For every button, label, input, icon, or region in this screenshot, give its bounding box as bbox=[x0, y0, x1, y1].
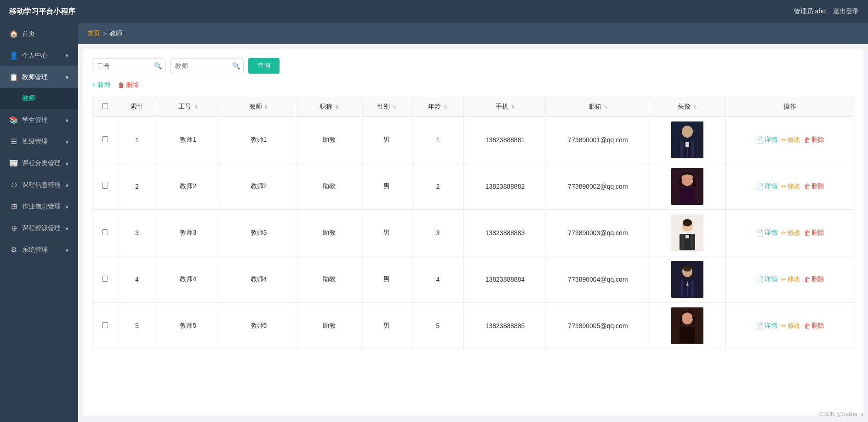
row-checkbox[interactable] bbox=[102, 136, 108, 142]
search-button[interactable]: 查询 bbox=[248, 58, 280, 74]
detail-button[interactable]: 📄 详情 bbox=[756, 136, 777, 144]
sort-icon-avatar[interactable]: ⇅ bbox=[693, 104, 697, 110]
detail-button[interactable]: 📄 详情 bbox=[756, 275, 777, 283]
delete-label: 删除 bbox=[811, 322, 824, 330]
delete-button[interactable]: 🗑 删除 bbox=[804, 229, 824, 237]
sidebar-item-label: 教师管理 bbox=[22, 73, 61, 81]
sort-icon-gender[interactable]: ⇅ bbox=[393, 104, 396, 110]
delete-button[interactable]: 🗑 删除 bbox=[804, 182, 824, 191]
main-content: 首页 > 教师 🔍 🔍 查询 + 新增 bbox=[78, 23, 868, 422]
sidebar-item-system[interactable]: ⚙ 系统管理 ∨ bbox=[0, 239, 78, 260]
logout-button[interactable]: 退出登录 bbox=[833, 7, 859, 16]
detail-label: 详情 bbox=[765, 136, 777, 144]
edit-button[interactable]: ✏ 修改 bbox=[781, 182, 800, 191]
avatar bbox=[671, 307, 703, 344]
add-button[interactable]: + 新增 bbox=[92, 81, 110, 89]
row-checkbox[interactable] bbox=[102, 276, 108, 282]
search-bar: 🔍 🔍 查询 bbox=[92, 58, 854, 74]
svg-rect-22 bbox=[691, 280, 694, 297]
cell-age: 4 bbox=[412, 256, 463, 303]
action-links: 📄 详情 ✏ 修改 🗑 删除 bbox=[730, 136, 850, 144]
cell-id: 教师5 bbox=[156, 303, 220, 349]
svg-rect-4 bbox=[691, 141, 694, 157]
edit-button[interactable]: ✏ 修改 bbox=[781, 275, 800, 283]
teacher-mgmt-icon: 📋 bbox=[9, 73, 18, 81]
sort-icon-age[interactable]: ⇅ bbox=[444, 104, 447, 110]
top-header: 移动学习平台小程序 管理员 abo 退出登录 bbox=[0, 0, 868, 23]
cell-action: 📄 详情 ✏ 修改 🗑 删除 bbox=[726, 303, 854, 349]
table-row: 2 教师2 教师2 助教 男 2 13823888882 773890002@q… bbox=[92, 163, 854, 210]
sidebar-item-home[interactable]: 🏠 首页 bbox=[0, 23, 78, 45]
cell-phone: 13823888883 bbox=[463, 210, 547, 256]
sort-icon-phone[interactable]: ⇅ bbox=[511, 104, 515, 110]
th-teacher: 教师 ⇅ bbox=[220, 97, 297, 117]
detail-button[interactable]: 📄 详情 bbox=[756, 182, 777, 191]
class-icon: ☰ bbox=[9, 137, 18, 146]
delete-button[interactable]: 🗑 删除 bbox=[804, 136, 824, 144]
home-icon: 🏠 bbox=[9, 29, 18, 38]
app-title: 移动学习平台小程序 bbox=[9, 7, 75, 17]
sidebar-item-homework[interactable]: ⊞ 作业信息管理 ∨ bbox=[0, 196, 78, 217]
cell-email: 773890003@qq.com bbox=[547, 210, 649, 256]
sidebar-item-personal-center[interactable]: 👤 个人中心 ∧ bbox=[0, 45, 78, 66]
th-avatar: 头像 ⇅ bbox=[649, 97, 726, 117]
sidebar-item-class-management[interactable]: ☰ 班级管理 ∨ bbox=[0, 131, 78, 152]
edit-label: 修改 bbox=[788, 229, 800, 237]
detail-icon: 📄 bbox=[756, 322, 764, 330]
cell-action: 📄 详情 ✏ 修改 🗑 删除 bbox=[726, 163, 854, 210]
sidebar-item-label: 学生管理 bbox=[22, 116, 61, 124]
sort-icon-teacher[interactable]: ⇅ bbox=[264, 104, 268, 110]
detail-button[interactable]: 📄 详情 bbox=[756, 322, 777, 330]
bulk-delete-button[interactable]: 🗑 删除 bbox=[118, 81, 139, 89]
sidebar-item-teacher[interactable]: 教师 bbox=[0, 88, 78, 109]
chevron-up-icon: ∧ bbox=[65, 74, 69, 81]
delete-icon: 🗑 bbox=[804, 276, 811, 283]
detail-icon: 📄 bbox=[756, 183, 764, 190]
delete-button[interactable]: 🗑 删除 bbox=[804, 322, 824, 330]
content-area: 🔍 🔍 查询 + 新增 🗑 删除 bbox=[83, 49, 863, 416]
detail-label: 详情 bbox=[765, 322, 777, 330]
table-header: 索引 工号 ⇅ 教师 ⇅ 职称 ⇅ 性别 ⇅ 年龄 ⇅ 手机 ⇅ 邮箱 ⇅ 头像… bbox=[92, 97, 854, 117]
sidebar-item-course-resource[interactable]: ⊕ 课程资源管理 ∨ bbox=[0, 217, 78, 239]
sidebar-item-course-info[interactable]: ⊙ 课程信息管理 ∨ bbox=[0, 174, 78, 196]
row-checkbox[interactable] bbox=[102, 322, 108, 328]
edit-button[interactable]: ✏ 修改 bbox=[781, 136, 800, 144]
edit-button[interactable]: ✏ 修改 bbox=[781, 322, 800, 330]
table-row: 4 教师4 教师4 助教 男 4 13823888884 773890004@q… bbox=[92, 256, 854, 303]
cell-avatar bbox=[649, 117, 726, 163]
cell-phone: 13823888885 bbox=[463, 303, 547, 349]
select-all-checkbox[interactable] bbox=[102, 103, 108, 109]
sidebar-item-teacher-management[interactable]: 📋 教师管理 ∧ bbox=[0, 66, 78, 88]
row-checkbox[interactable] bbox=[102, 183, 108, 189]
cell-id: 教师1 bbox=[156, 117, 220, 163]
detail-button[interactable]: 📄 详情 bbox=[756, 229, 777, 237]
sort-icon-id[interactable]: ⇅ bbox=[194, 104, 198, 110]
cell-avatar bbox=[649, 210, 726, 256]
breadcrumb-home[interactable]: 首页 bbox=[87, 29, 100, 38]
sort-icon-email[interactable]: ⇅ bbox=[604, 104, 607, 110]
action-links: 📄 详情 ✏ 修改 🗑 删除 bbox=[730, 275, 850, 283]
edit-label: 修改 bbox=[788, 136, 800, 144]
th-age: 年龄 ⇅ bbox=[412, 97, 463, 117]
th-title: 职称 ⇅ bbox=[297, 97, 361, 117]
row-checkbox[interactable] bbox=[102, 229, 108, 235]
cell-title: 助教 bbox=[297, 163, 361, 210]
cell-title: 助教 bbox=[297, 256, 361, 303]
edit-button[interactable]: ✏ 修改 bbox=[781, 229, 800, 237]
chevron-down-icon: ∨ bbox=[65, 182, 69, 188]
sidebar-item-student-management[interactable]: 📚 学生管理 ∨ bbox=[0, 109, 78, 131]
sidebar-item-course-category[interactable]: 📰 课程分类管理 ∨ bbox=[0, 152, 78, 174]
sort-icon-title[interactable]: ⇅ bbox=[335, 104, 339, 110]
delete-button[interactable]: 🗑 删除 bbox=[804, 275, 824, 283]
avatar bbox=[671, 261, 703, 298]
delete-label: 删除 bbox=[811, 275, 824, 283]
cell-email: 773890002@qq.com bbox=[547, 163, 649, 210]
th-email: 邮箱 ⇅ bbox=[547, 97, 649, 117]
detail-icon: 📄 bbox=[756, 136, 764, 144]
sidebar-item-label: 课程资源管理 bbox=[22, 224, 61, 232]
cell-teacher: 教师2 bbox=[220, 163, 297, 210]
svg-rect-21 bbox=[681, 280, 683, 297]
cell-phone: 13823888881 bbox=[463, 117, 547, 163]
breadcrumb-separator: > bbox=[103, 30, 107, 37]
breadcrumb-current: 教师 bbox=[109, 29, 122, 38]
